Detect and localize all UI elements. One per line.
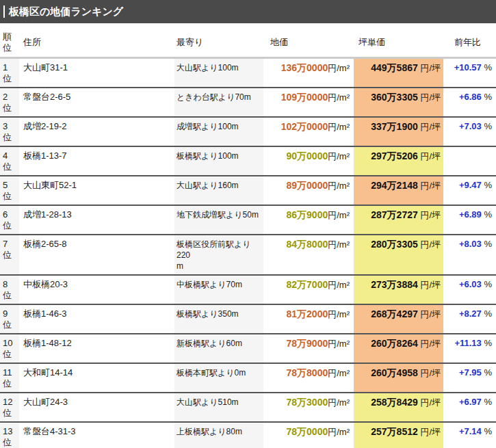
table-row: 5位 大山東町52-1 大山駅より160m 89万0000円/m² 294万21… [0, 176, 496, 205]
price-value: 136万0000 [281, 62, 328, 73]
tsubo-value: 258万8429 [371, 397, 418, 408]
tsubo-value: 268万4297 [371, 308, 418, 319]
station-cell: ときわ台駅より70m [174, 88, 263, 117]
price-cell: 89万0000円/m² [263, 176, 354, 205]
price-unit: 円/m² [328, 397, 350, 408]
yoy-percent-sign: % [482, 62, 492, 73]
station-cell: 大山駅より160m [174, 176, 263, 205]
table-row: 12位 大山町24-3 大山駅より510m 78万3000円/m² 258万84… [0, 393, 496, 422]
table-row: 8位 中板橋20-3 中板橋駅より70m 82万7000円/m² 273万388… [0, 275, 496, 304]
price-cell: 90万0000円/m² [263, 146, 354, 176]
price-unit: 円/m² [328, 63, 350, 73]
yoy-percent-sign: % [482, 209, 492, 220]
address-cell: 板橋1-48-12 [19, 334, 174, 363]
rank-cell: 4位 [0, 146, 19, 176]
yoy-percent-sign: % [482, 308, 492, 319]
yoy-value: +7.03 [459, 121, 482, 131]
yoy-value: +6.97 [459, 397, 482, 407]
yoy-cell: +6.97 % [443, 393, 496, 422]
tsubo-value: 337万1900 [371, 121, 418, 132]
yoy-value: +9.47 [459, 180, 482, 190]
rank-cell: 2位 [0, 88, 19, 117]
yoy-cell: +10.57 % [443, 58, 496, 88]
price-cell: 78万8000円/m² [263, 363, 354, 393]
tsubo-cell: 258万8429 円/坪 [354, 393, 443, 422]
yoy-value: +8.27 [459, 308, 482, 319]
yoy-cell: +6.86 % [443, 88, 496, 117]
page-title: 板橋区の地価ランキング [0, 0, 496, 23]
station-cell: 新板橋駅より60m [174, 334, 263, 363]
price-unit: 円/m² [328, 339, 350, 349]
tsubo-value: 260万8264 [371, 338, 418, 349]
price-value: 102万0000 [281, 121, 328, 132]
station-cell: 地下鉄成増駅より50m [174, 205, 263, 235]
tsubo-unit: 円/坪 [418, 339, 441, 349]
tsubo-cell: 268万4297 円/坪 [354, 304, 443, 334]
address-cell: 大山町24-3 [19, 393, 174, 422]
address-cell: 常盤台2-6-5 [19, 88, 174, 117]
tsubo-cell: 260万4958 円/坪 [354, 363, 443, 393]
tsubo-cell: 287万2727 円/坪 [354, 205, 443, 235]
station-cell: 板橋区役所前駅より220 m [174, 235, 263, 275]
price-unit: 円/m² [328, 239, 350, 250]
tsubo-unit: 円/坪 [418, 122, 441, 132]
tsubo-cell: 360万3305 円/坪 [354, 88, 443, 117]
header-yoy: 前年比 [443, 26, 496, 58]
tsubo-unit: 円/坪 [418, 239, 441, 250]
price-unit: 円/m² [328, 280, 350, 290]
address-cell: 板橋2-65-8 [19, 235, 174, 275]
yoy-value: +10.57 [454, 62, 482, 73]
price-unit: 円/m² [328, 427, 350, 437]
tsubo-value: 294万2148 [371, 180, 418, 191]
rank-cell: 6位 [0, 205, 19, 235]
rank-cell: 5位 [0, 176, 19, 205]
price-value: 78万0000 [287, 426, 328, 437]
price-table-body: 1位 大山町31-1 大山駅より100m 136万0000円/m² 449万58… [0, 58, 496, 448]
header-rank: 順位 [0, 26, 19, 58]
tsubo-value: 297万5206 [371, 150, 418, 161]
tsubo-value: 287万2727 [371, 209, 418, 220]
price-value: 109万0000 [281, 92, 328, 103]
tsubo-cell: 260万8264 円/坪 [354, 334, 443, 363]
tsubo-cell: 337万1900 円/坪 [354, 117, 443, 146]
rank-cell: 10位 [0, 334, 19, 363]
price-cell: 78万0000円/m² [263, 422, 354, 448]
yoy-value: +8.03 [459, 239, 482, 249]
yoy-percent-sign: % [482, 426, 492, 436]
table-row: 7位 板橋2-65-8 板橋区役所前駅より220 m 84万8000円/m² 2… [0, 235, 496, 275]
yoy-percent-sign: % [482, 92, 492, 102]
price-value: 82万7000 [287, 279, 328, 290]
tsubo-value: 273万3884 [371, 279, 418, 290]
table-row: 3位 成増2-19-2 成増駅より100m 102万0000円/m² 337万1… [0, 117, 496, 146]
station-cell: 中板橋駅より70m [174, 275, 263, 304]
table-row: 10位 板橋1-48-12 新板橋駅より60m 78万9000円/m² 260万… [0, 334, 496, 363]
tsubo-unit: 円/坪 [418, 181, 441, 191]
tsubo-value: 260万4958 [371, 367, 418, 378]
address-cell: 成増1-28-13 [19, 205, 174, 235]
price-cell: 86万9000円/m² [263, 205, 354, 235]
tsubo-unit: 円/坪 [418, 427, 441, 437]
table-row: 4位 板橋1-13-7 板橋駅より100m 90万0000円/m² 297万52… [0, 146, 496, 176]
rank-cell: 7位 [0, 235, 19, 275]
price-cell: 78万3000円/m² [263, 393, 354, 422]
tsubo-value: 360万3305 [371, 92, 418, 103]
table-row: 6位 成増1-28-13 地下鉄成増駅より50m 86万9000円/m² 287… [0, 205, 496, 235]
price-unit: 円/m² [328, 368, 350, 378]
rank-cell: 3位 [0, 117, 19, 146]
price-unit: 円/m² [328, 151, 350, 161]
rank-cell: 1位 [0, 58, 19, 88]
price-unit: 円/m² [328, 122, 350, 132]
table-row: 13位 常盤台4-31-3 上板橋駅より80m 78万0000円/m² 257万… [0, 422, 496, 448]
address-cell: 成増2-19-2 [19, 117, 174, 146]
rank-cell: 8位 [0, 275, 19, 304]
rank-cell: 12位 [0, 393, 19, 422]
tsubo-value: 280万3305 [371, 239, 418, 250]
station-cell: 板橋駅より100m [174, 146, 263, 176]
yoy-cell: +7.03 % [443, 117, 496, 146]
price-value: 84万8000 [287, 239, 328, 250]
yoy-cell: +11.13 % [443, 334, 496, 363]
tsubo-cell: 257万8512 円/坪 [354, 422, 443, 448]
price-cell: 84万8000円/m² [263, 235, 354, 275]
address-cell: 大和町14-14 [19, 363, 174, 393]
table-header: 順位 住所 最寄り 地価 坪単価 前年比 [0, 26, 496, 58]
